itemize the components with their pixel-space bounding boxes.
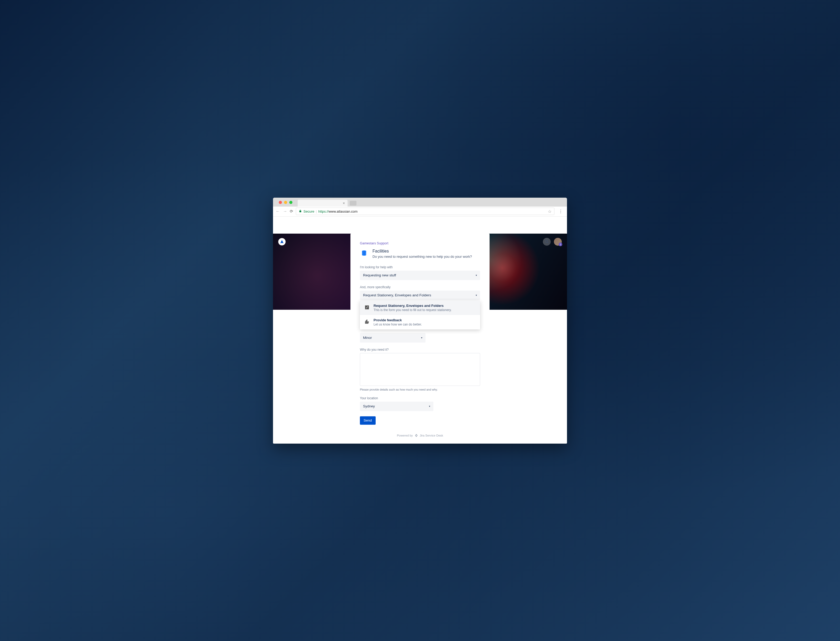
address-bar[interactable]: Secure | https://www.atlassian.com ☆ [296,208,554,215]
window-controls [276,198,296,206]
option-desc: Let us know how we can do better. [373,323,422,326]
new-tab-button[interactable] [350,201,356,206]
specifically-label: And, more specifically [360,285,480,289]
footer: Powered by Jira Service Desk [360,434,480,437]
back-button[interactable]: ← [276,209,280,214]
request-form-card: Gamestars Support Facilities Do you need… [351,234,489,444]
feedback-icon [364,319,370,325]
dropdown-option-feedback[interactable]: Provide feedback Let us know how we can … [360,315,480,329]
help-with-select[interactable]: Requesting new stuff ▾ [360,271,480,280]
help-with-value: Requesting new stuff [363,273,396,277]
maximize-window-button[interactable] [289,201,293,204]
option-title: Provide feedback [373,318,422,322]
browser-tab[interactable]: × [298,200,348,206]
why-hint: Please provide details such as how much … [360,388,480,391]
search-icon [545,240,549,243]
lock-icon [299,209,302,213]
secure-label: Secure [303,209,314,213]
browser-menu-button[interactable]: ⋮ [557,209,564,214]
send-button[interactable]: Send [360,416,376,425]
svg-line-1 [547,242,548,243]
url-protocol: https:// [319,209,329,213]
portal-logo[interactable] [278,238,286,245]
priority-value: Minor [363,336,372,340]
stationery-icon [364,304,370,310]
browser-toolbar: ← → ⟳ Secure | https://www.atlassian.com… [273,206,567,217]
svg-rect-2 [364,251,364,255]
location-label: Your location [360,396,480,400]
notification-badge: 1 [558,243,562,246]
close-window-button[interactable] [279,201,282,204]
page-title: Facilities [372,249,472,254]
reload-button[interactable]: ⟳ [290,209,293,214]
help-with-label: I'm looking for help with [360,266,480,269]
browser-tab-strip: × [273,198,567,206]
why-label: Why do you need it? [360,348,480,351]
specifically-value: Request Stationery, Envelopes and Folder… [363,293,431,297]
search-button[interactable] [543,238,551,246]
forward-button[interactable]: → [283,209,287,214]
product-name: Jira Service Desk [420,434,443,437]
why-textarea[interactable] [360,353,480,386]
specifically-dropdown: Request Stationery, Envelopes and Folder… [360,301,480,329]
chevron-down-icon: ▾ [421,336,422,339]
option-desc: This is the form you need to fill out to… [373,308,452,312]
powered-by-label: Powered by [397,434,413,437]
priority-select[interactable]: Minor ▾ [360,333,425,343]
minimize-window-button[interactable] [284,201,287,204]
chevron-down-icon: ▾ [476,274,477,277]
svg-point-4 [365,252,366,252]
option-title: Request Stationery, Envelopes and Folder… [373,304,452,308]
specifically-select[interactable]: Request Stationery, Envelopes and Folder… [360,291,480,300]
chevron-down-icon: ▾ [476,294,477,296]
user-avatar[interactable]: 1 [554,238,562,246]
svg-point-3 [362,252,363,252]
page-subtitle: Do you need to request something new to … [372,254,472,259]
location-select[interactable]: Sydney ▾ [360,402,433,411]
jira-icon [415,434,418,437]
browser-window: × ← → ⟳ Secure | https://www.atlassian.c… [273,198,567,444]
category-icon [360,250,368,258]
close-tab-icon[interactable]: × [343,201,345,205]
chevron-down-icon: ▾ [429,405,430,407]
svg-point-0 [545,240,547,243]
dropdown-option-stationery[interactable]: Request Stationery, Envelopes and Folder… [360,301,480,315]
url-host: www.atlassian.com [329,209,358,213]
bookmark-star-icon[interactable]: ☆ [548,209,552,214]
location-value: Sydney [363,404,375,408]
page-content: 1 Gamestars Support Facilities Do you ne… [273,234,567,444]
